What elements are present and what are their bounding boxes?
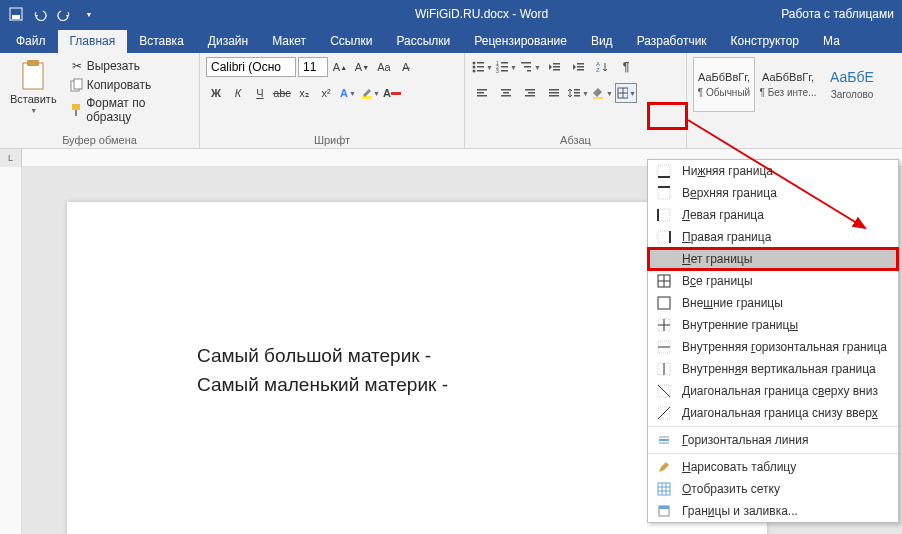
underline-button[interactable]: Ч — [250, 83, 270, 103]
qat-customize-icon[interactable]: ▼ — [81, 6, 97, 22]
undo-icon[interactable] — [32, 6, 48, 22]
brush-icon — [69, 102, 85, 118]
style-normal[interactable]: АаБбВвГг, ¶ Обычный — [693, 57, 755, 112]
ribbon-tabs: Файл Главная Вставка Дизайн Макет Ссылки… — [0, 28, 902, 53]
border-left-item[interactable]: Левая граница — [648, 204, 898, 226]
border-right-item[interactable]: Правая граница — [648, 226, 898, 248]
borders-dropdown: Нижняя граница Верхняя граница Левая гра… — [647, 159, 899, 523]
font-name-input[interactable] — [206, 57, 296, 77]
tab-references[interactable]: Ссылки — [318, 30, 384, 53]
align-right-button[interactable] — [519, 83, 541, 103]
view-gridlines-item[interactable]: Отобразить сетку — [648, 478, 898, 500]
increase-indent-button[interactable] — [567, 57, 589, 77]
border-inside-v-item[interactable]: Внутренняя вертикальная граница — [648, 358, 898, 380]
save-icon[interactable] — [8, 6, 24, 22]
ruler-corner[interactable]: L — [0, 149, 22, 167]
font-color-button[interactable]: A — [382, 83, 402, 103]
tab-developer[interactable]: Разработчик — [625, 30, 719, 53]
doc-line-1[interactable]: Самый большой материк - — [197, 342, 637, 371]
sort-button[interactable]: AZ — [591, 57, 613, 77]
border-all-label: Все границы — [682, 274, 753, 288]
tab-design[interactable]: Дизайн — [196, 30, 260, 53]
decrease-indent-button[interactable] — [543, 57, 565, 77]
tab-mailings[interactable]: Рассылки — [384, 30, 462, 53]
justify-button[interactable] — [543, 83, 565, 103]
svg-rect-27 — [553, 69, 560, 71]
svg-rect-41 — [525, 95, 535, 97]
copy-button[interactable]: Копировать — [67, 76, 193, 94]
text-effects-button[interactable]: A▼ — [338, 83, 358, 103]
paste-label: Вставить — [10, 93, 57, 105]
multilevel-button[interactable]: ▼ — [519, 57, 541, 77]
svg-rect-42 — [549, 89, 559, 91]
shading-button[interactable]: ▼ — [591, 83, 613, 103]
change-case-button[interactable]: Aa — [374, 57, 394, 77]
tab-file[interactable]: Файл — [4, 30, 58, 53]
menu-separator — [648, 426, 898, 427]
line-spacing-button[interactable]: ▼ — [567, 83, 589, 103]
tab-view[interactable]: Вид — [579, 30, 625, 53]
border-diag-down-item[interactable]: Диагональная граница сверху вниз — [648, 380, 898, 402]
svg-rect-1 — [12, 15, 20, 19]
horizontal-line-item[interactable]: Горизонтальная линия — [648, 429, 898, 451]
tab-insert[interactable]: Вставка — [127, 30, 196, 53]
draw-table-item[interactable]: Нарисовать таблицу — [648, 456, 898, 478]
svg-line-75 — [658, 407, 670, 419]
border-inside-item[interactable]: Внутренние границы — [648, 314, 898, 336]
tab-layout[interactable]: Макет — [260, 30, 318, 53]
border-top-item[interactable]: Верхняя граница — [648, 182, 898, 204]
svg-rect-60 — [658, 253, 670, 265]
shrink-font-button[interactable]: A▼ — [352, 57, 372, 77]
align-left-button[interactable] — [471, 83, 493, 103]
border-outside-item[interactable]: Внешние границы — [648, 292, 898, 314]
svg-rect-58 — [658, 231, 670, 243]
format-painter-button[interactable]: Формат по образцу — [67, 95, 193, 125]
vertical-ruler[interactable] — [0, 167, 22, 534]
style-heading1[interactable]: АаБбЕ Заголово — [821, 57, 883, 112]
svg-rect-79 — [658, 483, 670, 495]
border-bottom-item[interactable]: Нижняя граница — [648, 160, 898, 182]
chevron-down-icon: ▼ — [30, 107, 37, 114]
border-none-icon — [656, 251, 672, 267]
hline-icon — [656, 432, 672, 448]
bold-button[interactable]: Ж — [206, 83, 226, 103]
numbering-button[interactable]: 123▼ — [495, 57, 517, 77]
border-inside-h-item[interactable]: Внутренняя горизонтальная граница — [648, 336, 898, 358]
grow-font-button[interactable]: A▲ — [330, 57, 350, 77]
font-size-input[interactable] — [298, 57, 328, 77]
border-inside-h-icon — [656, 339, 672, 355]
highlight-button[interactable]: ▼ — [360, 83, 380, 103]
border-none-item[interactable]: Нет границы — [648, 248, 898, 270]
svg-point-14 — [473, 70, 476, 73]
borders-dialog-item[interactable]: Границы и заливка... — [648, 500, 898, 522]
draw-table-label: Нарисовать таблицу — [682, 460, 796, 474]
cut-button[interactable]: ✂Вырезать — [67, 57, 193, 75]
border-left-icon — [656, 207, 672, 223]
svg-rect-56 — [658, 209, 670, 221]
bullets-button[interactable]: ▼ — [471, 57, 493, 77]
clear-formatting-button[interactable]: A̶ — [396, 57, 416, 77]
border-diag-up-item[interactable]: Диагональная граница снизу вверх — [648, 402, 898, 424]
tab-table-layout[interactable]: Ма — [811, 30, 852, 53]
border-all-item[interactable]: Все границы — [648, 270, 898, 292]
doc-line-2[interactable]: Самый маленький материк - — [197, 371, 637, 400]
strikethrough-button[interactable]: abc — [272, 83, 292, 103]
redo-icon[interactable] — [56, 6, 72, 22]
tab-table-design[interactable]: Конструктор — [719, 30, 811, 53]
italic-button[interactable]: К — [228, 83, 248, 103]
paste-button[interactable]: Вставить ▼ — [6, 57, 61, 116]
style-normal-sample: АаБбВвГг, — [698, 71, 750, 83]
tab-home[interactable]: Главная — [58, 30, 128, 53]
svg-rect-46 — [574, 92, 580, 94]
svg-rect-3 — [27, 60, 39, 66]
style-no-spacing[interactable]: АаБбВвГг, ¶ Без инте... — [757, 57, 819, 112]
subscript-button[interactable]: x₂ — [294, 83, 314, 103]
align-center-button[interactable] — [495, 83, 517, 103]
window-title: WiFiGiD.RU.docx - Word — [415, 7, 548, 21]
show-marks-button[interactable]: ¶ — [615, 57, 637, 77]
border-bottom-icon — [656, 163, 672, 179]
border-inside-v-icon — [656, 361, 672, 377]
borders-button[interactable]: ▼ — [615, 83, 637, 103]
tab-review[interactable]: Рецензирование — [462, 30, 579, 53]
superscript-button[interactable]: x² — [316, 83, 336, 103]
